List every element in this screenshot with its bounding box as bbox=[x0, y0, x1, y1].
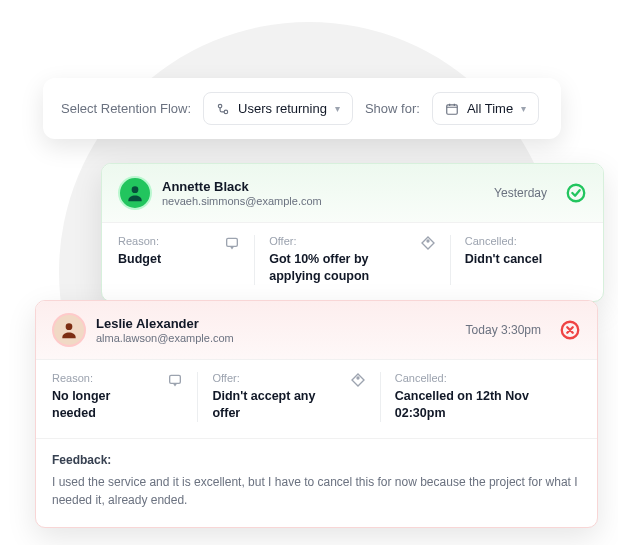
divider bbox=[380, 372, 381, 422]
svg-rect-2 bbox=[447, 104, 458, 113]
time-range-value: All Time bbox=[467, 101, 513, 116]
success-check-icon bbox=[565, 182, 587, 204]
avatar bbox=[52, 313, 86, 347]
svg-point-6 bbox=[427, 240, 429, 242]
retention-card: Annette Black nevaeh.simmons@example.com… bbox=[101, 163, 604, 302]
message-icon bbox=[224, 235, 240, 251]
svg-point-0 bbox=[218, 104, 222, 108]
card-header: Leslie Alexander alma.lawson@example.com… bbox=[36, 301, 597, 359]
card-header: Annette Black nevaeh.simmons@example.com… bbox=[102, 164, 603, 222]
user-info: Leslie Alexander alma.lawson@example.com bbox=[96, 316, 456, 344]
user-email: nevaeh.simmons@example.com bbox=[162, 195, 484, 207]
filter-bar: Select Retention Flow: Users returning ▾… bbox=[43, 78, 561, 139]
chevron-down-icon: ▾ bbox=[521, 103, 526, 114]
flow-icon bbox=[216, 102, 230, 116]
user-info: Annette Black nevaeh.simmons@example.com bbox=[162, 179, 484, 207]
divider bbox=[197, 372, 198, 422]
reason-value: No longer needed bbox=[52, 388, 157, 422]
divider bbox=[450, 235, 451, 285]
feedback-text: I used the service and it is excellent, … bbox=[52, 473, 581, 509]
retention-card: Leslie Alexander alma.lawson@example.com… bbox=[35, 300, 598, 528]
card-body: Reason: No longer needed Offer: Didn't a… bbox=[36, 359, 597, 438]
user-name: Annette Black bbox=[162, 179, 484, 194]
svg-point-10 bbox=[357, 377, 359, 379]
user-email: alma.lawson@example.com bbox=[96, 332, 456, 344]
cancelled-value: Didn't cancel bbox=[465, 251, 587, 268]
calendar-icon bbox=[445, 102, 459, 116]
svg-point-1 bbox=[224, 110, 228, 114]
svg-point-3 bbox=[132, 186, 139, 193]
timestamp: Today 3:30pm bbox=[466, 323, 541, 337]
time-range-dropdown[interactable]: All Time ▾ bbox=[432, 92, 539, 125]
cancelled-value: Cancelled on 12th Nov 02:30pm bbox=[395, 388, 581, 422]
cancelled-label: Cancelled: bbox=[465, 235, 587, 247]
chevron-down-icon: ▾ bbox=[335, 103, 340, 114]
select-flow-label: Select Retention Flow: bbox=[61, 101, 191, 116]
feedback-label: Feedback: bbox=[52, 453, 581, 467]
svg-rect-9 bbox=[170, 375, 181, 383]
retention-flow-dropdown[interactable]: Users returning ▾ bbox=[203, 92, 353, 125]
svg-rect-5 bbox=[227, 238, 238, 246]
cancel-x-icon bbox=[559, 319, 581, 341]
message-icon bbox=[167, 372, 183, 388]
card-body: Reason: Budget Offer: Got 10% offer by a… bbox=[102, 222, 603, 301]
show-for-label: Show for: bbox=[365, 101, 420, 116]
reason-value: Budget bbox=[118, 251, 214, 268]
feedback-section: Feedback: I used the service and it is e… bbox=[36, 438, 597, 527]
cancelled-label: Cancelled: bbox=[395, 372, 581, 384]
user-name: Leslie Alexander bbox=[96, 316, 456, 331]
tag-icon bbox=[350, 372, 366, 388]
retention-flow-value: Users returning bbox=[238, 101, 327, 116]
timestamp: Yesterday bbox=[494, 186, 547, 200]
tag-icon bbox=[420, 235, 436, 251]
offer-value: Got 10% offer by applying coupon bbox=[269, 251, 410, 285]
reason-label: Reason: bbox=[118, 235, 214, 247]
offer-value: Didn't accept any offer bbox=[212, 388, 339, 422]
reason-label: Reason: bbox=[52, 372, 157, 384]
svg-point-7 bbox=[66, 323, 73, 330]
offer-label: Offer: bbox=[269, 235, 410, 247]
avatar bbox=[118, 176, 152, 210]
offer-label: Offer: bbox=[212, 372, 339, 384]
divider bbox=[254, 235, 255, 285]
